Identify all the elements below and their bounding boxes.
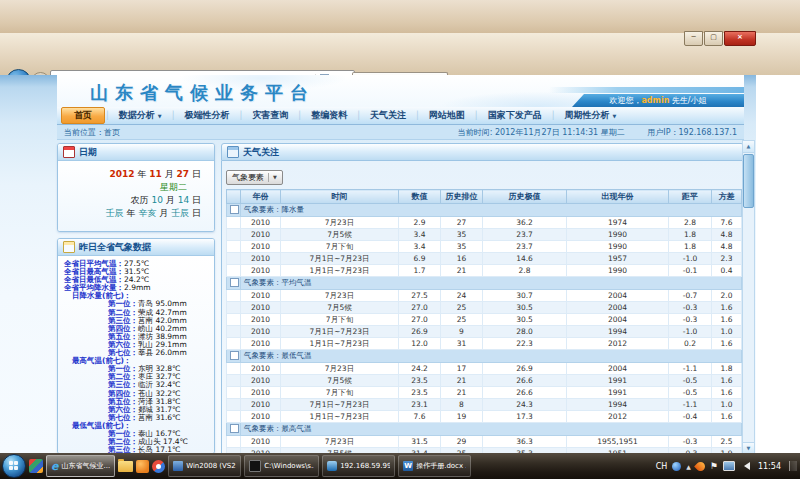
row-expand-cell — [227, 253, 241, 265]
nav-item-9[interactable]: 周期性分析▼ — [555, 107, 625, 124]
table-cell: 1.6 — [712, 302, 742, 314]
table-header-cell: 历史极值 — [483, 190, 567, 204]
nav-item-2[interactable]: 数据分析▼ — [110, 107, 171, 124]
page-scrollbar[interactable]: ▲ ▼ — [742, 140, 755, 453]
expand-checkbox[interactable] — [230, 351, 239, 360]
table-cell: 35 — [441, 241, 483, 253]
show-desktop-button[interactable] — [789, 461, 797, 471]
volume-icon[interactable] — [740, 462, 750, 470]
action-center-flag-icon[interactable]: ⚑ — [710, 462, 718, 471]
scrollbar-down-arrow[interactable]: ▼ — [743, 442, 754, 453]
table-cell: 2010 — [241, 241, 281, 253]
table-cell: 1.6 — [712, 314, 742, 326]
table-cell: 29 — [441, 436, 483, 448]
table-row: 20107月5候27.02530.52004-0.31.6 — [227, 302, 742, 314]
taskbar-task-button[interactable]: 192.168.59.99... — [322, 455, 395, 477]
row-expand-cell — [227, 399, 241, 411]
table-cell: -0.3 — [669, 314, 712, 326]
table-cell: 17.3 — [483, 411, 567, 423]
nav-item-3[interactable]: 极端性分析 — [176, 107, 239, 124]
nav-item-1[interactable]: 首页 — [61, 107, 105, 124]
taskbar-active-task[interactable]: e 山东省气候业... — [46, 455, 115, 477]
row-expand-cell — [227, 436, 241, 448]
expand-checkbox[interactable] — [230, 278, 239, 287]
taskbar-task-button[interactable]: Win2008 (VS2... — [168, 455, 241, 477]
quick-launch-icon[interactable] — [29, 459, 43, 473]
security-tray-icon[interactable] — [694, 460, 707, 473]
table-cell: 2004 — [567, 363, 669, 375]
nav-item-label: 整编资料 — [311, 109, 347, 122]
table-cell: 22.3 — [483, 338, 567, 350]
table-cell: 7月1日~7月23日 — [281, 253, 399, 265]
table-row: 20107月23日2.92736.219742.87.6 — [227, 217, 742, 229]
table-cell: 2.9 — [399, 217, 441, 229]
hidden-icons-arrow[interactable]: ▲ — [686, 463, 691, 470]
table-header-cell: 历史排位 — [441, 190, 483, 204]
nav-item-label: 灾害查询 — [252, 109, 288, 122]
nav-item-4[interactable]: 灾害查询 — [243, 107, 297, 124]
table-cell: 2010 — [241, 399, 281, 411]
group-title-cell: 气象要素：最低气温 — [241, 350, 742, 363]
table-cell: 7月5候 — [281, 375, 399, 387]
nav-item-7[interactable]: 网站地图 — [420, 107, 474, 124]
explorer-folder-icon[interactable] — [118, 461, 133, 472]
table-cell: 26.6 — [483, 375, 567, 387]
pinned-app-icon[interactable] — [136, 460, 149, 473]
rank-value: 长岛 17.1℃ — [138, 445, 181, 453]
minimize-button[interactable]: ─ — [684, 31, 703, 46]
table-cell: 1.7 — [399, 265, 441, 277]
browser-app-icon[interactable] — [152, 460, 165, 473]
network-icon[interactable] — [723, 461, 735, 471]
nav-item-label: 首页 — [74, 109, 92, 122]
table-cell: 26.9 — [399, 326, 441, 338]
table-cell: 2004 — [567, 302, 669, 314]
table-cell: 2012 — [567, 411, 669, 423]
table-cell: 2010 — [241, 436, 281, 448]
nav-item-5[interactable]: 整编资料 — [302, 107, 356, 124]
table-cell: 24.2 — [399, 363, 441, 375]
close-button[interactable]: × — [724, 31, 756, 46]
expand-checkbox[interactable] — [230, 424, 239, 433]
table-cell: 23.7 — [483, 229, 567, 241]
nav-item-6[interactable]: 天气关注 — [361, 107, 415, 124]
row-expand-cell — [227, 217, 241, 229]
table-cell: 25 — [441, 314, 483, 326]
table-cell: 1974 — [567, 217, 669, 229]
language-indicator[interactable]: CH — [656, 462, 668, 471]
table-cell: 2010 — [241, 363, 281, 375]
table-cell: 7月1日~7月23日 — [281, 399, 399, 411]
table-cell: 2010 — [241, 253, 281, 265]
maximize-button[interactable]: ▢ — [704, 31, 723, 46]
start-button[interactable] — [2, 454, 26, 478]
table-cell: 1.8 — [669, 241, 712, 253]
table-cell: 1957 — [567, 253, 669, 265]
table-cell: 2.8 — [669, 217, 712, 229]
table-cell: 2010 — [241, 290, 281, 302]
table-cell: 25 — [441, 302, 483, 314]
table-cell: 2010 — [241, 338, 281, 350]
taskbar: e 山东省气候业... Win2008 (VS2...C:\Windows\s.… — [0, 453, 800, 479]
weather-stats-list: 全省日平均气温：27.5℃全省日最高气温：31.5℃全省日最低气温：24.2℃全… — [58, 256, 214, 453]
nav-item-8[interactable]: 国家下发产品 — [479, 107, 551, 124]
table-cell: 7月下旬 — [281, 241, 399, 253]
table-cell: 23.7 — [483, 241, 567, 253]
table-cell: 30.5 — [483, 302, 567, 314]
element-filter-button[interactable]: 气象要素▼ — [226, 170, 283, 185]
table-cell: -1.1 — [669, 363, 712, 375]
taskbar-task-button[interactable]: C:\Windows\s... — [244, 455, 319, 477]
browser-chrome: ← → e http://192.168.137.1/GLCCLIMATE/mo… — [0, 33, 800, 76]
scrollbar-up-arrow[interactable]: ▲ — [743, 141, 754, 153]
expand-checkbox[interactable] — [230, 205, 239, 214]
table-cell: 9 — [441, 326, 483, 338]
scrollbar-thumb[interactable] — [743, 154, 754, 208]
table-icon — [227, 146, 239, 158]
table-cell: 1990 — [567, 241, 669, 253]
table-cell: 2010 — [241, 302, 281, 314]
table-cell: 16 — [441, 253, 483, 265]
table-row: 20101月1日~7月23日1.7212.81990-0.10.4 — [227, 265, 742, 277]
table-cell: -0.5 — [669, 387, 712, 399]
messenger-tray-icon[interactable] — [672, 462, 681, 471]
ribbon-decoration — [549, 87, 744, 93]
taskbar-task-button[interactable]: W操作手册.docx ... — [398, 455, 471, 477]
taskbar-clock[interactable]: 11:54 — [758, 462, 781, 471]
